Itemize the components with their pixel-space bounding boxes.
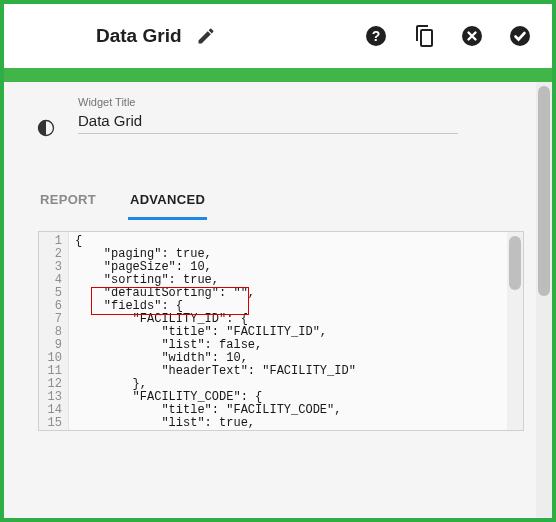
editor-line-numbers: 1 2 3 4 5 6 7 8 9 10 11 12 13 14 15 <box>39 235 62 430</box>
edit-icon[interactable] <box>196 26 216 46</box>
widget-title-field: Widget Title <box>78 96 458 134</box>
tab-report[interactable]: REPORT <box>38 182 98 220</box>
widget-title-input[interactable] <box>78 108 458 131</box>
confirm-icon[interactable] <box>508 24 532 48</box>
tab-advanced[interactable]: ADVANCED <box>128 182 207 220</box>
editor-scrollbar[interactable] <box>507 232 523 430</box>
header: Data Grid ? <box>4 4 552 68</box>
help-icon[interactable]: ? <box>364 24 388 48</box>
editor-gutter: 1 2 3 4 5 6 7 8 9 10 11 12 13 14 15 <box>39 232 69 430</box>
panel-scrollbar-thumb[interactable] <box>538 86 550 296</box>
editor-code[interactable]: { "paging": true, "pageSize": 10, "sorti… <box>69 232 507 430</box>
copy-icon[interactable] <box>412 24 436 48</box>
content-area: Widget Title REPORT ADVANCED 1 2 3 4 5 6… <box>4 82 552 518</box>
widget-title-label: Widget Title <box>78 96 458 108</box>
widget-title-heading: Data Grid <box>96 25 182 47</box>
accent-bar <box>4 68 552 82</box>
tabs: REPORT ADVANCED <box>38 182 518 221</box>
svg-text:?: ? <box>372 28 381 44</box>
panel-scrollbar[interactable] <box>536 82 552 518</box>
cancel-icon[interactable] <box>460 24 484 48</box>
header-actions: ? <box>364 24 532 48</box>
theme-icon[interactable] <box>36 118 56 138</box>
editor-scrollbar-thumb[interactable] <box>509 236 521 290</box>
json-editor[interactable]: 1 2 3 4 5 6 7 8 9 10 11 12 13 14 15 { "p… <box>38 231 524 431</box>
